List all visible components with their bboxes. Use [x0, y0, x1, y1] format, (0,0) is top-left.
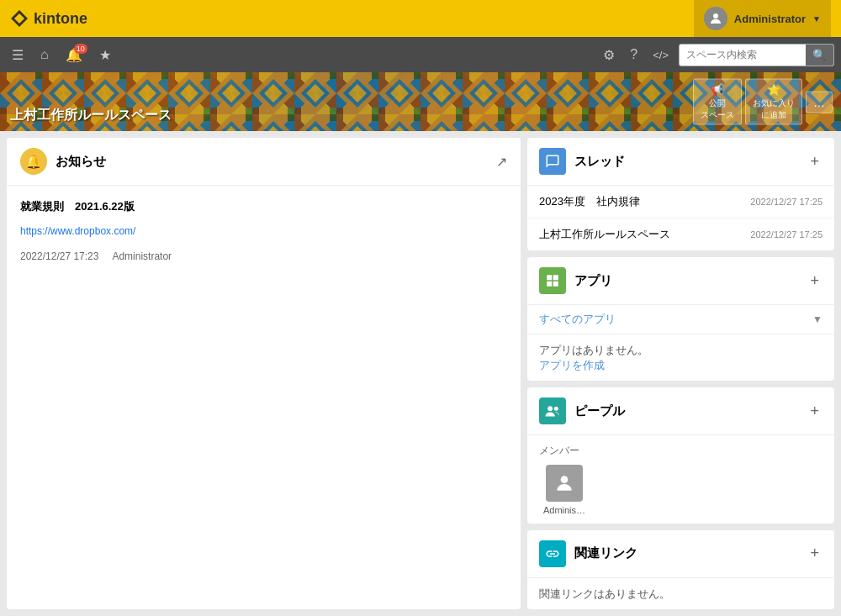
code-icon[interactable]: </>	[648, 45, 674, 65]
notice-footer: 2022/12/27 17:23 Administrator	[20, 250, 507, 262]
svg-point-2	[713, 13, 718, 18]
svg-point-12	[554, 407, 558, 411]
notice-title: お知らせ	[56, 154, 106, 170]
related-links-header: 関連リンク +	[527, 530, 834, 577]
people-content: メンバー Adminis…	[527, 435, 834, 523]
thread-name: 上村工作所ルールスペース	[539, 227, 670, 242]
chevron-down-icon: ▼	[812, 313, 822, 325]
apps-dropdown-label: すべてのアプリ	[539, 312, 616, 327]
notice-content-title: 就業規則 2021.6.22版	[20, 199, 507, 214]
thread-date: 2022/12/27 17:25	[750, 197, 822, 207]
favorite-button[interactable]: ⭐ お気に入りに追加	[745, 79, 802, 125]
notice-panel: 🔔 お知らせ ↗ 就業規則 2021.6.22版 https://www.dro…	[7, 138, 521, 609]
public-label: 公開スペース	[701, 97, 734, 121]
related-links-card: 関連リンク + 関連リンクはありません。	[527, 530, 834, 609]
notice-date: 2022/12/27 17:23	[20, 250, 98, 262]
notification-icon[interactable]: 🔔 10	[61, 44, 87, 66]
public-icon: 📢	[711, 83, 724, 96]
kintone-logo-icon	[10, 9, 29, 28]
settings-icon[interactable]: ⚙	[598, 44, 620, 66]
svg-point-11	[547, 407, 553, 412]
right-panel: スレッド + 2023年度 社内規律 2022/12/27 17:25 上村工作…	[527, 138, 834, 609]
notice-body: 就業規則 2021.6.22版 https://www.dropbox.com/…	[7, 186, 521, 276]
main-content: 🔔 お知らせ ↗ 就業規則 2021.6.22版 https://www.dro…	[0, 131, 841, 616]
thread-item[interactable]: 2023年度 社内規律 2022/12/27 17:25	[527, 186, 834, 218]
home-icon[interactable]: ⌂	[35, 44, 54, 66]
search-button[interactable]: 🔍	[806, 45, 833, 66]
threads-title: スレッド	[574, 154, 798, 170]
member-name: Adminis…	[543, 505, 585, 515]
more-button[interactable]: …	[806, 91, 833, 113]
threads-card: スレッド + 2023年度 社内規律 2022/12/27 17:25 上村工作…	[527, 138, 834, 250]
search-box: 🔍	[679, 44, 834, 66]
menu-icon[interactable]: ☰	[7, 44, 29, 66]
top-header: kintone Administrator ▼	[0, 0, 841, 37]
app-create-link[interactable]: アプリを作成	[539, 359, 605, 371]
apps-dropdown[interactable]: すべてのアプリ ▼	[527, 305, 834, 334]
thread-date: 2022/12/27 17:25	[750, 229, 822, 240]
nav-right: ⚙ ? </> 🔍	[598, 44, 834, 66]
apps-card: アプリ + すべてのアプリ ▼ アプリはありません。 アプリを作成	[527, 257, 834, 381]
thread-item[interactable]: 上村工作所ルールスペース 2022/12/27 17:25	[527, 218, 834, 250]
notice-author: Administrator	[112, 250, 172, 262]
apps-title: アプリ	[574, 273, 798, 289]
members-list: Adminis…	[539, 465, 822, 515]
banner-actions: 📢 公開スペース ⭐ お気に入りに追加 …	[693, 79, 833, 125]
user-avatar-icon	[704, 7, 727, 30]
chevron-down-icon: ▼	[812, 14, 821, 24]
notice-header: 🔔 お知らせ ↗	[7, 138, 521, 186]
related-links-add-button[interactable]: +	[807, 541, 822, 566]
threads-icon	[539, 148, 566, 175]
help-icon[interactable]: ?	[625, 44, 643, 66]
member-item[interactable]: Adminis…	[539, 465, 590, 515]
public-space-button[interactable]: 📢 公開スペース	[693, 79, 742, 125]
logo-text: kintone	[34, 10, 87, 28]
notice-bell-icon: 🔔	[20, 148, 47, 175]
space-title: 上村工作所ルールスペース	[10, 107, 172, 124]
user-area[interactable]: Administrator ▼	[694, 0, 831, 37]
apps-empty-text: アプリはありません。	[539, 344, 648, 356]
people-card: ピープル + メンバー Adminis…	[527, 387, 834, 523]
related-links-empty: 関連リンクはありません。	[527, 578, 834, 609]
members-label: メンバー	[539, 444, 822, 458]
threads-header: スレッド +	[527, 138, 834, 185]
apps-icon	[539, 267, 566, 294]
people-icon	[539, 398, 566, 424]
user-name: Administrator	[734, 13, 806, 25]
people-title: ピープル	[574, 403, 798, 419]
related-links-icon	[539, 540, 566, 567]
related-links-title: 関連リンク	[574, 545, 798, 561]
search-input[interactable]	[680, 45, 806, 64]
favorite-icon: ⭐	[767, 83, 780, 96]
nav-bar: ☰ ⌂ 🔔 10 ★ ⚙ ? </> 🔍	[0, 37, 841, 72]
apps-header: アプリ +	[527, 257, 834, 304]
thread-name: 2023年度 社内規律	[539, 194, 640, 209]
apps-add-button[interactable]: +	[807, 269, 822, 293]
favorite-label: お気に入りに追加	[753, 97, 795, 121]
star-icon[interactable]: ★	[94, 44, 116, 66]
logo-area: kintone	[10, 9, 87, 28]
svg-point-13	[561, 476, 569, 484]
threads-add-button[interactable]: +	[807, 150, 822, 174]
member-avatar	[546, 465, 583, 502]
people-header: ピープル +	[527, 387, 834, 434]
external-link-icon[interactable]: ↗	[496, 154, 507, 170]
space-banner: 上村工作所ルールスペース 📢 公開スペース ⭐ お気に入りに追加 …	[0, 72, 841, 131]
nav-left: ☰ ⌂ 🔔 10 ★	[7, 44, 116, 66]
notice-link[interactable]: https://www.dropbox.com/	[20, 225, 135, 237]
threads-list: 2023年度 社内規律 2022/12/27 17:25 上村工作所ルールスペー…	[527, 186, 834, 250]
apps-empty: アプリはありません。 アプリを作成	[527, 334, 834, 381]
people-add-button[interactable]: +	[807, 399, 822, 424]
notification-badge: 10	[74, 44, 87, 54]
